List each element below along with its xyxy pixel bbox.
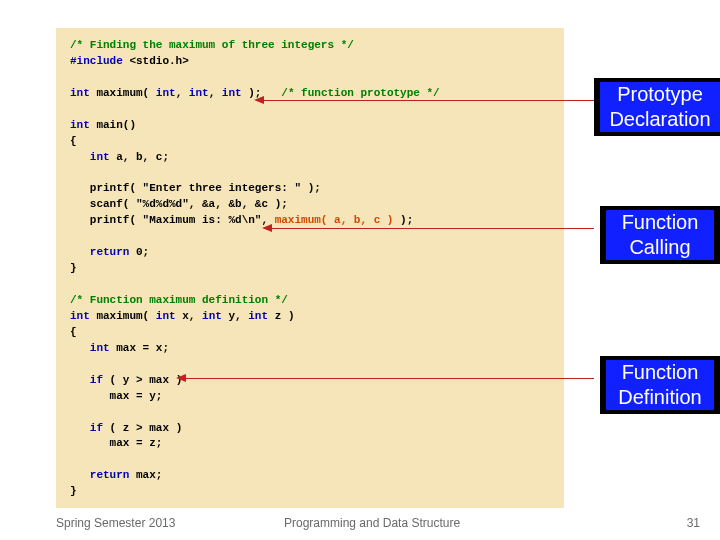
arrow-to-calling xyxy=(270,228,594,229)
arrow-head-icon xyxy=(254,96,264,104)
arrow-to-prototype xyxy=(262,100,594,101)
annot-calling: Function Calling xyxy=(600,206,720,264)
kw-include: #include xyxy=(70,55,123,67)
arrow-head-icon xyxy=(176,374,186,382)
annot-definition: Function Definition xyxy=(600,356,720,414)
page-number: 31 xyxy=(687,516,700,530)
call-maximum: maximum( a, b, c ) xyxy=(275,214,394,226)
arrow-to-definition xyxy=(184,378,594,379)
comment-proto: /* function prototype */ xyxy=(281,87,439,99)
footer-title: Programming and Data Structure xyxy=(284,516,460,530)
comment: /* Finding the maximum of three integers… xyxy=(70,39,354,51)
footer-semester: Spring Semester 2013 xyxy=(56,516,175,530)
comment-funcdef: /* Function maximum definition */ xyxy=(70,294,288,306)
annot-prototype: Prototype Declaration xyxy=(594,78,720,136)
arrow-head-icon xyxy=(262,224,272,232)
include-target: <stdio.h> xyxy=(123,55,189,67)
kw-int: int xyxy=(70,87,90,99)
